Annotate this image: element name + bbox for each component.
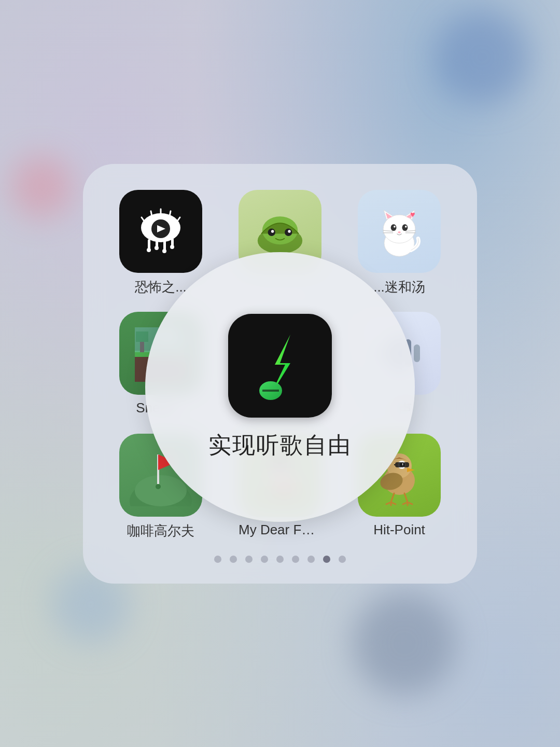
page-dot-4[interactable] — [261, 556, 268, 563]
frog-icon-svg — [251, 208, 309, 255]
bg-blob-1 — [436, 10, 529, 104]
bg-blob-4 — [353, 591, 456, 695]
svg-line-79 — [391, 493, 394, 502]
svg-rect-5 — [163, 239, 166, 251]
svg-point-7 — [147, 248, 151, 252]
svg-point-56 — [156, 484, 161, 489]
svg-rect-76 — [395, 462, 402, 467]
page-dot-2[interactable] — [230, 556, 237, 563]
app-label-horror: 恐怖之... — [135, 278, 187, 296]
horror-icon-svg — [132, 203, 189, 260]
popup-app-icon[interactable] — [228, 314, 332, 418]
svg-point-29 — [402, 224, 408, 231]
page-dot-5[interactable] — [276, 556, 284, 563]
svg-point-21 — [288, 230, 290, 232]
page-dots — [104, 556, 456, 563]
svg-point-31 — [405, 226, 407, 228]
page-dot-1[interactable] — [214, 556, 221, 563]
popup-music-icon-svg — [239, 324, 321, 407]
svg-point-20 — [271, 230, 274, 232]
bg-blob-2 — [10, 156, 73, 218]
popup-app-label: 实现听歌自由 — [208, 430, 352, 461]
svg-point-10 — [170, 245, 174, 249]
page-dot-7[interactable] — [307, 556, 315, 563]
page-dot-9[interactable] — [339, 556, 346, 563]
svg-rect-77 — [403, 462, 409, 467]
svg-point-8 — [155, 246, 159, 250]
svg-rect-3 — [148, 239, 150, 250]
app-label-cat: ...迷和汤 — [373, 278, 425, 296]
svg-point-32 — [398, 231, 400, 233]
cat-icon-svg: ♥ — [373, 203, 425, 260]
svg-line-80 — [404, 493, 408, 502]
svg-text:♥: ♥ — [410, 209, 415, 218]
app-label-golf: 咖啡高尔夫 — [127, 522, 194, 540]
svg-point-28 — [391, 224, 397, 231]
app-label-bird: Hit-Point — [373, 522, 425, 538]
page-dot-8[interactable] — [323, 556, 330, 563]
app-label-farm: My Dear Farm — [239, 522, 321, 538]
app-icon-cat: ♥ — [358, 190, 441, 273]
popup-overlay[interactable]: 实现听歌自由 — [145, 252, 415, 522]
svg-rect-51 — [414, 344, 420, 362]
svg-line-14 — [170, 211, 171, 216]
svg-line-12 — [151, 211, 152, 216]
svg-point-30 — [394, 226, 396, 228]
page-dot-3[interactable] — [245, 556, 253, 563]
app-icon-horror — [119, 190, 202, 273]
svg-point-9 — [162, 249, 166, 253]
page-dot-6[interactable] — [292, 556, 299, 563]
svg-point-53 — [135, 475, 187, 506]
svg-point-23 — [383, 215, 415, 243]
